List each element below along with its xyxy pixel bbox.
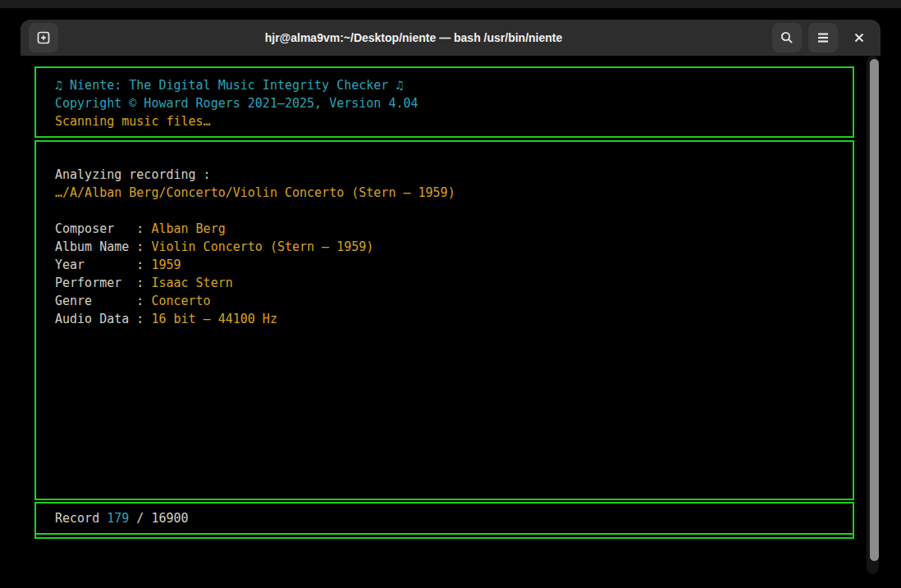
analyzing-label: Analyzing recording : — [55, 166, 853, 184]
new-tab-icon — [35, 30, 52, 46]
app-title: ♫ Niente: The Digital Music Integrity Ch… — [55, 76, 853, 94]
hamburger-menu-icon — [816, 30, 830, 45]
field-label: Composer : — [55, 221, 151, 236]
record-progress-box: Record 179 / 16900 — [34, 502, 854, 535]
record-counter: Record 179 / 16900 — [55, 509, 853, 527]
record-label: Record — [55, 511, 107, 526]
record-current: 179 — [107, 511, 129, 526]
terminal-window: hjr@alma9vm:~/Desktop/niente — bash /usr… — [21, 20, 880, 588]
field-value: Isaac Stern — [151, 276, 232, 290]
record-separator: / — [129, 511, 151, 526]
scrollbar-track[interactable] — [867, 56, 879, 574]
field-value: Alban Berg — [151, 221, 225, 236]
close-icon — [853, 31, 866, 44]
field-label: Year : — [55, 258, 151, 272]
scanning-status: Scanning music files… — [55, 112, 853, 130]
field-year: Year : 1959 — [55, 256, 853, 274]
field-label: Audio Data : — [55, 312, 151, 326]
copyright-line: Copyright © Howard Rogers 2021–2025, Ver… — [55, 94, 853, 112]
menu-button[interactable] — [808, 23, 838, 52]
field-label: Performer : — [55, 276, 151, 290]
new-tab-button[interactable] — [29, 23, 58, 52]
titlebar[interactable]: hjr@alma9vm:~/Desktop/niente — bash /usr… — [21, 20, 880, 56]
scrollbar-thumb[interactable] — [870, 59, 879, 561]
field-value: Violin Concerto (Stern – 1959) — [151, 239, 373, 254]
field-performer: Performer : Isaac Stern — [55, 274, 853, 292]
analysis-box: Analyzing recording : …/A/Alban Berg/Con… — [34, 140, 854, 500]
field-composer: Composer : Alban Berg — [55, 220, 853, 238]
recording-path: …/A/Alban Berg/Concerto/Violin Concerto … — [55, 184, 853, 202]
record-total: 16900 — [151, 511, 188, 526]
terminal-screen[interactable]: ♫ Niente: The Digital Music Integrity Ch… — [21, 56, 880, 588]
field-label: Album Name : — [55, 239, 151, 254]
field-value: 1959 — [151, 258, 181, 272]
search-icon — [780, 30, 794, 45]
search-button[interactable] — [772, 23, 802, 52]
screen-top-edge — [0, 0, 901, 8]
field-label: Genre : — [55, 294, 151, 308]
field-genre: Genre : Concerto — [55, 292, 853, 310]
field-value: 16 bit – 44100 Hz — [151, 312, 277, 326]
field-album-name: Album Name : Violin Concerto (Stern – 19… — [55, 238, 853, 256]
close-button[interactable] — [844, 23, 874, 52]
window-title: hjr@alma9vm:~/Desktop/niente — bash /usr… — [70, 20, 757, 56]
app-header-box: ♫ Niente: The Digital Music Integrity Ch… — [34, 66, 854, 138]
field-value: Concerto — [151, 294, 210, 308]
field-audio-data: Audio Data : 16 bit – 44100 Hz — [55, 310, 853, 328]
record-box-underline — [34, 535, 854, 539]
